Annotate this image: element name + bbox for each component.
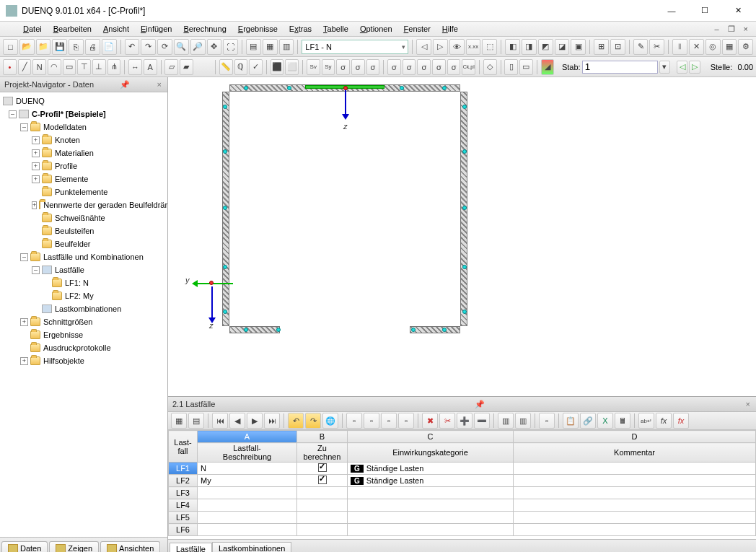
minimize-button[interactable]: — xyxy=(655,0,688,21)
lf-item[interactable]: LF1: N xyxy=(65,279,89,287)
cell-cat[interactable] xyxy=(348,499,514,512)
tbl-mode2[interactable]: ↷ xyxy=(305,413,321,429)
cell-comment[interactable] xyxy=(514,499,756,512)
tbl-btn-1[interactable]: ▦ xyxy=(171,413,187,429)
open-button[interactable]: 📂 xyxy=(19,39,35,55)
stress-sy[interactable]: Sy xyxy=(322,59,335,75)
redo-button[interactable]: ↷ xyxy=(141,39,156,55)
palette-button[interactable]: ◢ xyxy=(541,59,555,75)
tbl-a[interactable]: ▫ xyxy=(346,413,362,429)
expand-icon[interactable]: + xyxy=(32,162,40,170)
modelldaten-node[interactable]: Modelldaten xyxy=(43,123,87,131)
collapse-icon[interactable]: – xyxy=(20,253,28,261)
cell-desc[interactable] xyxy=(198,524,297,536)
cell-calc[interactable] xyxy=(297,463,348,475)
nav-item[interactable]: Hilfsobjekte xyxy=(43,356,84,365)
table-row[interactable]: LF5 xyxy=(169,512,756,524)
table-row[interactable]: LF4 xyxy=(169,499,756,512)
print-preview-button[interactable]: 📄 xyxy=(102,39,117,55)
menu-hilfe[interactable]: Hilfe xyxy=(436,23,464,35)
print-button[interactable]: 🖨 xyxy=(85,39,100,55)
section-tool[interactable]: ⊤ xyxy=(77,59,91,75)
tool-b[interactable]: ✂ xyxy=(649,39,664,55)
table-pin-icon[interactable]: 📌 xyxy=(473,400,486,409)
tbl-copy[interactable]: 📋 xyxy=(563,413,579,429)
collapse-icon[interactable]: – xyxy=(20,123,28,131)
tbl-cut[interactable]: ✂ xyxy=(439,413,455,429)
mdi-close[interactable]: × xyxy=(740,25,752,34)
measure-tool[interactable]: 📏 xyxy=(219,59,233,75)
cell-comment[interactable] xyxy=(514,524,756,536)
saveas-button[interactable]: ⎘ xyxy=(69,39,84,55)
stab-prev[interactable]: ◁ xyxy=(677,61,687,74)
nav-item[interactable]: Elemente xyxy=(55,175,88,183)
sel2-tool[interactable]: ▰ xyxy=(180,59,193,75)
grid-button[interactable]: ⊞ xyxy=(594,39,609,55)
res3[interactable]: ◩ xyxy=(538,39,553,55)
pan-button[interactable]: ✥ xyxy=(207,39,222,55)
cell-comment[interactable] xyxy=(514,487,756,499)
tbl-link[interactable]: 🔗 xyxy=(580,413,596,429)
nav-item[interactable]: Nennwerte der geraden Beulfeldränder xyxy=(43,201,167,209)
tool-a[interactable]: ✎ xyxy=(633,39,649,55)
row-header[interactable]: LF6 xyxy=(169,524,198,536)
expand-icon[interactable]: + xyxy=(32,175,40,183)
query-tool[interactable]: ℚ xyxy=(234,59,248,75)
nav-item[interactable]: Ausdruckprotokolle xyxy=(43,343,111,352)
expand-icon[interactable]: + xyxy=(32,136,40,144)
table-row[interactable]: LF3 xyxy=(169,487,756,499)
view1-button[interactable]: ▤ xyxy=(246,39,261,55)
stress-sz[interactable]: σ xyxy=(336,59,350,75)
group1[interactable]: ⬛ xyxy=(271,59,284,75)
row-header[interactable]: LF1 xyxy=(169,463,198,475)
arc-tool[interactable]: ◠ xyxy=(48,59,61,75)
cell-desc[interactable] xyxy=(198,499,297,512)
sel-tool[interactable]: ▱ xyxy=(164,59,178,75)
snap-button[interactable]: ⊡ xyxy=(610,39,625,55)
cell-calc[interactable] xyxy=(297,512,348,524)
lastfaelle-node[interactable]: Lastfälle xyxy=(55,266,84,274)
refresh-button[interactable]: ⟳ xyxy=(157,39,172,55)
check-tool[interactable]: ✓ xyxy=(249,59,263,75)
view2-button[interactable]: ▦ xyxy=(263,39,278,55)
tab-lastfaelle[interactable]: Lastfälle xyxy=(170,543,212,552)
col-b-top[interactable]: B xyxy=(297,431,348,443)
expand-icon[interactable]: + xyxy=(20,318,28,326)
table-close-icon[interactable]: × xyxy=(744,400,752,408)
stress-ckpl[interactable]: Ck,pl xyxy=(462,59,475,75)
copy-geom-button[interactable]: ◎ xyxy=(706,39,721,55)
tbl-c[interactable]: ▫ xyxy=(381,413,397,429)
nav-item[interactable]: Knoten xyxy=(55,136,80,144)
navtab-ansichten[interactable]: Ansichten xyxy=(100,541,160,552)
mdi-restore[interactable]: ❐ xyxy=(724,25,739,34)
tbl-globe[interactable]: 🌐 xyxy=(322,413,338,429)
tbl-prev[interactable]: ◀ xyxy=(229,413,245,429)
stress-sv[interactable]: Sv xyxy=(307,59,320,75)
prev-lf-button[interactable]: ◁ xyxy=(416,39,431,55)
cell-desc[interactable]: N xyxy=(198,463,297,475)
show-values-button[interactable]: 👁 xyxy=(449,39,465,55)
menu-optionen[interactable]: Optionen xyxy=(354,23,398,35)
col-c-top[interactable]: C xyxy=(348,431,514,443)
lfk-node[interactable]: Lastfälle und Kombinationen xyxy=(43,253,144,261)
undo-button[interactable]: ↶ xyxy=(125,39,140,55)
expand-icon[interactable]: + xyxy=(32,149,40,157)
menu-bearbeiten[interactable]: Bearbeiten xyxy=(48,23,97,35)
table-row[interactable]: LF2 My GStändige Lasten xyxy=(169,475,756,487)
col-c[interactable]: Einwirkungskategorie xyxy=(348,443,514,463)
file-node[interactable]: C-Profil* [Beispiele] xyxy=(32,110,106,118)
stress-t[interactable]: σ xyxy=(351,59,365,75)
zoom-window-button[interactable]: 🔎 xyxy=(190,39,206,55)
res4[interactable]: ◪ xyxy=(555,39,570,55)
xxx-button[interactable]: x.xx xyxy=(466,39,481,55)
navigator-close-icon[interactable]: × xyxy=(156,80,163,89)
navigator-pin-icon[interactable]: 📌 xyxy=(118,80,131,89)
view3-button[interactable]: ▥ xyxy=(279,39,294,55)
next-lf-button[interactable]: ▷ xyxy=(433,39,448,55)
tbl-excel[interactable]: X xyxy=(597,413,613,429)
save-button[interactable]: 💾 xyxy=(52,39,67,55)
close-button[interactable]: ✕ xyxy=(721,0,755,21)
stress2c[interactable]: σ xyxy=(417,59,431,75)
nav-item[interactable]: Beulsteifen xyxy=(55,227,94,235)
menu-extras[interactable]: Extras xyxy=(284,23,317,35)
